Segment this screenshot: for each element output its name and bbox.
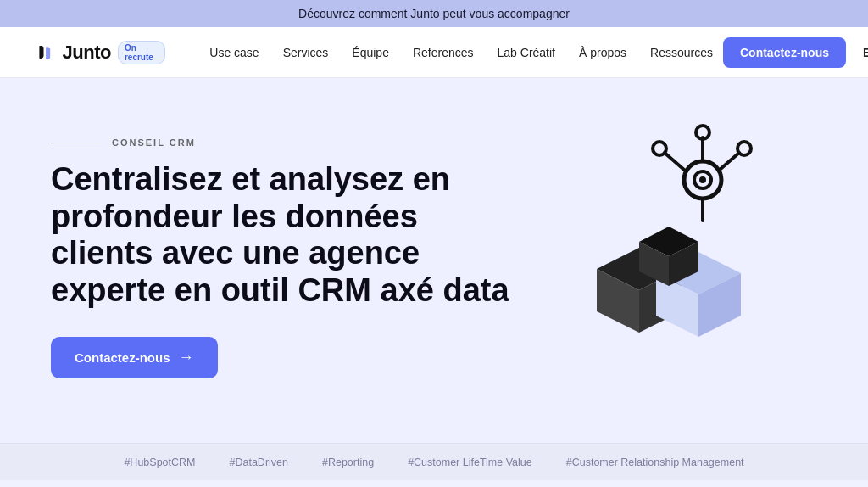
nav-link-services[interactable]: Services [273,39,339,66]
navbar-contact-button[interactable]: Contactez-nous [723,37,846,68]
svg-line-14 [720,153,739,170]
hero-cta-label: Contactez-nous [75,350,170,365]
tag-reporting: #Reporting [322,456,374,468]
hero-cta-arrow: → [179,349,194,367]
nav-links: Use case Services Équipe References Lab … [199,39,723,66]
svg-line-16 [665,153,684,170]
svg-point-15 [737,142,751,155]
banner-text: Découvrez comment Junto peut vous accomp… [298,7,570,20]
nav-link-use-case[interactable]: Use case [199,39,269,66]
nav-link-references[interactable]: References [403,39,484,66]
navbar: Junto On recrute Use case Services Équip… [0,27,868,78]
nav-link-a-propos[interactable]: À propos [569,39,637,66]
tag-crm: #Customer Relationship Management [566,456,744,468]
svg-point-17 [653,142,666,155]
recrute-badge: On recrute [118,41,165,64]
crm-illustration-svg [546,112,800,367]
hero-title: Centralisez et analysez en profondeur le… [51,161,526,310]
conseil-label-area: CONSEIL CRM [51,137,526,148]
hero-content: CONSEIL CRM Centralisez et analysez en p… [51,120,526,378]
hero-contact-button[interactable]: Contactez-nous → [51,337,218,378]
svg-point-11 [699,176,706,183]
tag-hubspot: #HubSpotCRM [124,456,195,468]
logo-text: Junto [63,42,111,64]
tag-lifetime: #Customer LifeTime Value [408,456,532,468]
nav-link-ressources[interactable]: Ressources [640,39,723,66]
hero-illustration [546,112,817,383]
logo-area: Junto On recrute [34,39,165,66]
lang-switcher[interactable]: EN [856,42,868,63]
nav-right: Contactez-nous EN [723,37,868,68]
tag-datadriven: #DataDriven [230,456,288,468]
conseil-line [51,143,102,143]
conseil-text: CONSEIL CRM [112,137,196,148]
top-banner: Découvrez comment Junto peut vous accomp… [0,0,868,27]
nav-link-equipe[interactable]: Équipe [342,39,399,66]
tags-bar: #HubSpotCRM #DataDriven #Reporting #Cust… [0,443,868,480]
logo-icon [34,39,56,66]
hero-section: CONSEIL CRM Centralisez et analysez en p… [0,78,868,443]
nav-link-lab-creatif[interactable]: Lab Créatif [487,39,565,66]
